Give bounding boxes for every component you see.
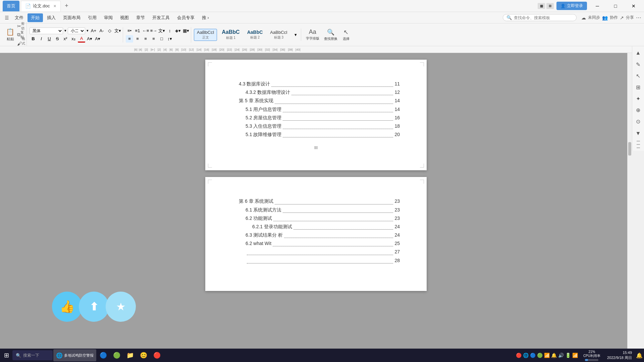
font-size-dropdown[interactable]: ▾ bbox=[86, 28, 89, 33]
line-spacing-button[interactable]: ↕▾ bbox=[166, 35, 173, 43]
taskbar-edge[interactable]: 🔵 bbox=[97, 349, 110, 361]
sync-label[interactable]: 未同步 bbox=[588, 15, 600, 20]
text-style-button[interactable]: 文▾ bbox=[114, 27, 121, 35]
style-heading1[interactable]: AaBbC 标题 1 bbox=[219, 28, 242, 41]
tray-icon-2[interactable]: 🌐 bbox=[523, 353, 529, 358]
menu-page-layout[interactable]: 页面布局 bbox=[60, 13, 84, 22]
cut-button[interactable]: ✂ 剪切 bbox=[17, 22, 25, 30]
menu-insert[interactable]: 插入 bbox=[44, 13, 59, 22]
tray-icon-8[interactable]: 🔋 bbox=[565, 353, 571, 358]
style-normal[interactable]: AaBbCcI 正文 bbox=[194, 29, 217, 41]
menu-file[interactable]: 文件 bbox=[11, 13, 27, 22]
menu-devtools[interactable]: 开发工具 bbox=[149, 13, 173, 22]
tray-icon-1[interactable]: 🔴 bbox=[516, 353, 522, 358]
star-button[interactable]: ★ bbox=[106, 292, 136, 322]
styles-dropdown[interactable]: ▾ bbox=[292, 31, 300, 39]
share-label[interactable]: 分享 bbox=[626, 15, 634, 20]
font-increase-button[interactable]: A+ bbox=[90, 27, 97, 35]
taskbar-app1[interactable]: 🟢 bbox=[110, 349, 123, 361]
right-panel-circle1[interactable]: ⊕ bbox=[633, 105, 644, 115]
columns-button[interactable]: □ bbox=[158, 35, 165, 43]
scrollbar-thumb[interactable] bbox=[628, 142, 631, 156]
menu-vip[interactable]: 会员专享 bbox=[174, 13, 198, 22]
maximize-button[interactable]: □ bbox=[608, 0, 623, 12]
taskbar-search[interactable]: 🔍 搜索一下 bbox=[12, 350, 53, 360]
clock[interactable]: 15:49 2022/9/18 周日 bbox=[604, 350, 635, 361]
list-bullet-button[interactable]: ≡• bbox=[126, 27, 133, 35]
menu-ref[interactable]: 引用 bbox=[85, 13, 100, 22]
clear-format-button[interactable]: ◇ bbox=[106, 27, 113, 35]
align-left-button[interactable]: ≡ bbox=[126, 35, 133, 43]
select-button[interactable]: ↖ 选择 bbox=[340, 25, 352, 44]
view-icon-1[interactable]: ▦ bbox=[538, 3, 545, 9]
like-button[interactable]: 👍 bbox=[52, 292, 82, 322]
view-icon-2[interactable]: ⊞ bbox=[546, 3, 554, 9]
menu-more[interactable]: 推 › bbox=[199, 13, 212, 22]
minimize-button[interactable]: ─ bbox=[590, 0, 605, 12]
tray-icon-4[interactable]: 🟢 bbox=[537, 353, 543, 358]
char-border-button[interactable]: A▾ bbox=[94, 35, 101, 43]
paste-button[interactable]: 📋 粘贴 bbox=[4, 25, 16, 44]
close-tab-icon[interactable]: ✕ bbox=[53, 4, 56, 8]
add-tab-button[interactable]: + bbox=[62, 1, 71, 11]
tray-icon-9[interactable]: 📶 bbox=[572, 353, 578, 358]
right-panel-circle2[interactable]: ⊙ bbox=[633, 116, 644, 127]
start-button[interactable]: ⊞ bbox=[1, 349, 12, 361]
superscript-button[interactable]: x² bbox=[62, 35, 69, 43]
more-icon[interactable]: ⋯ bbox=[636, 14, 641, 21]
search-input[interactable] bbox=[514, 15, 571, 20]
search-box[interactable]: 🔍 bbox=[503, 14, 577, 21]
right-panel-scroll-up[interactable]: ▲ bbox=[633, 48, 644, 58]
style-heading3[interactable]: AaBbCcI 标题 3 bbox=[267, 29, 290, 41]
right-panel-magic[interactable]: ✦ bbox=[633, 93, 644, 104]
shading-button[interactable]: ◈▾ bbox=[174, 27, 181, 35]
right-panel-scroll-down[interactable]: ▼ bbox=[633, 128, 644, 139]
menu-start[interactable]: 开始 bbox=[28, 13, 43, 22]
font-size-select[interactable]: 小二 bbox=[68, 27, 85, 34]
strikethrough-button[interactable]: S bbox=[54, 35, 61, 43]
highlight-button[interactable]: A▾ bbox=[86, 35, 93, 43]
bold-button[interactable]: B bbox=[30, 35, 37, 43]
para-style-button[interactable]: 文▾ bbox=[158, 27, 165, 35]
right-panel-grid[interactable]: ⊞ bbox=[633, 82, 644, 93]
login-button[interactable]: 👤 立即登录 bbox=[556, 2, 587, 10]
scrollbar-vertical[interactable] bbox=[627, 53, 632, 350]
taskbar-browser[interactable]: 🌐 多地试鸣防空警报 bbox=[53, 349, 96, 361]
font-name-dropdown[interactable]: ▾ bbox=[64, 28, 67, 33]
right-panel-edit[interactable]: ✎ bbox=[633, 59, 644, 70]
tray-icon-5[interactable]: 📶 bbox=[544, 353, 550, 358]
menu-view[interactable]: 视图 bbox=[117, 13, 132, 22]
close-button[interactable]: ✕ bbox=[626, 0, 641, 12]
tray-icon-6[interactable]: 🔔 bbox=[551, 353, 557, 358]
underline-button[interactable]: U bbox=[46, 35, 53, 43]
indent-dec-button[interactable]: ←≡ bbox=[142, 27, 149, 35]
list-num-button[interactable]: ≡1 bbox=[134, 27, 141, 35]
italic-button[interactable]: I bbox=[38, 35, 45, 43]
taskbar-emoji[interactable]: 😊 bbox=[137, 349, 150, 361]
tray-icon-7[interactable]: 🔊 bbox=[558, 353, 564, 358]
style-heading2[interactable]: AaBbC 标题 2 bbox=[245, 29, 266, 41]
find-replace-button[interactable]: 🔍 查找替换 bbox=[322, 25, 339, 44]
tab-home[interactable]: 首页 bbox=[3, 1, 19, 11]
hamburger-menu[interactable]: ☰ bbox=[3, 14, 11, 22]
font-name-select[interactable]: 黑体 bbox=[30, 27, 63, 34]
up-button[interactable]: ⬆ bbox=[79, 292, 109, 322]
menu-chapter[interactable]: 章节 bbox=[133, 13, 148, 22]
right-panel-cursor[interactable]: ↖ bbox=[633, 70, 644, 81]
indent-inc-button[interactable]: ≡→ bbox=[150, 27, 157, 35]
collab-label[interactable]: 协作 bbox=[610, 15, 618, 20]
taskbar-folder[interactable]: 📁 bbox=[124, 349, 137, 361]
sort-button[interactable]: ↕ bbox=[166, 27, 173, 35]
text-format-button[interactable]: Aa 字字排版 bbox=[304, 25, 321, 44]
tray-icon-3[interactable]: 🔵 bbox=[530, 353, 536, 358]
font-color-button[interactable]: A bbox=[78, 35, 85, 43]
taskbar-wps[interactable]: 🔴 bbox=[151, 349, 163, 361]
border-button[interactable]: ▦▾ bbox=[182, 27, 190, 35]
tab-doc[interactable]: 📄 论文.doc ✕ bbox=[21, 1, 61, 11]
notification-icon[interactable]: 🔔 bbox=[636, 352, 643, 359]
font-decrease-button[interactable]: A- bbox=[98, 27, 105, 35]
align-justify-button[interactable]: ≡ bbox=[150, 35, 157, 43]
align-right-button[interactable]: ≡ bbox=[142, 35, 149, 43]
align-center-button[interactable]: ≡ bbox=[134, 35, 141, 43]
subscript-button[interactable]: x₂ bbox=[70, 35, 77, 43]
